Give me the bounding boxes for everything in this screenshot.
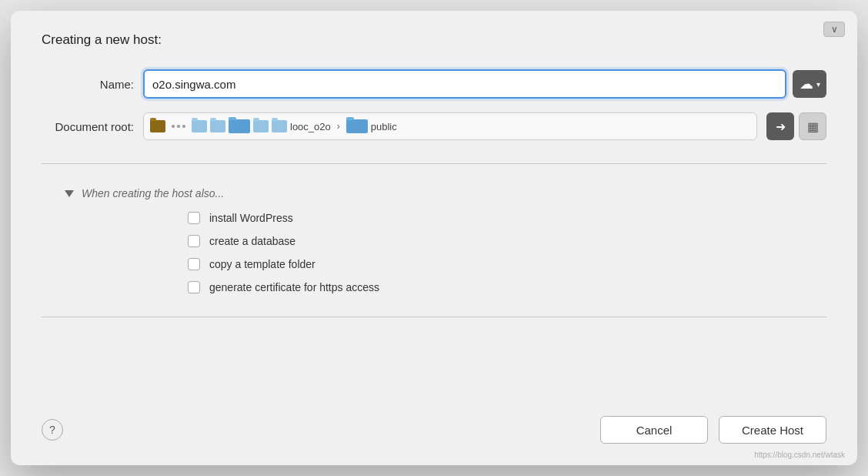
name-label: Name: [42, 78, 134, 91]
folder-icon-5 [272, 120, 287, 132]
doc-root-row: Document root: [42, 112, 826, 140]
path-item-1 [192, 120, 207, 132]
options-header: When creating the host also... [65, 187, 826, 199]
collapse-options-button[interactable] [65, 189, 74, 198]
cancel-button[interactable]: Cancel [600, 416, 708, 444]
name-input-wrapper: ☁ ▾ [143, 69, 826, 99]
doc-root-label: Document root: [42, 120, 134, 133]
option-item-wordpress: install WordPress [188, 212, 826, 224]
create-host-button[interactable]: Create Host [719, 416, 826, 444]
divider-bottom [42, 317, 826, 317]
dialog-title: Creating a new host: [42, 32, 826, 48]
options-section: When creating the host also... install W… [65, 187, 826, 293]
path-arrow: › [337, 121, 340, 132]
arrow-right-icon: ➜ [776, 119, 786, 134]
footer: ? Cancel Create Host [42, 404, 826, 444]
sync-icon: ☁ [800, 75, 813, 92]
footer-right: Cancel Create Host [600, 416, 826, 444]
watermark: https://blog.csdn.net/wtask [754, 451, 845, 459]
navigate-button[interactable]: ➜ [766, 112, 794, 140]
option-item-template: copy a template folder [188, 258, 826, 270]
doc-root-path[interactable]: looc_o2o › public [143, 112, 757, 140]
name-row: Name: ☁ ▾ [42, 69, 826, 99]
name-input[interactable] [143, 69, 786, 99]
help-button[interactable]: ? [42, 419, 63, 441]
folder-icon-3 [229, 119, 250, 133]
path-item-3 [229, 119, 250, 133]
option-label-template: copy a template folder [209, 258, 315, 270]
doc-root-actions: ➜ ▦ [766, 112, 826, 140]
option-item-certificate: generate certificate for https access [188, 281, 826, 293]
checkbox-database[interactable] [188, 235, 200, 247]
folder-public-icon [346, 119, 368, 133]
option-label-wordpress: install WordPress [209, 212, 293, 224]
sync-chevron-icon: ▾ [816, 80, 820, 89]
option-label-certificate: generate certificate for https access [209, 281, 379, 293]
folder-icon-4 [253, 120, 269, 132]
sync-button[interactable]: ☁ ▾ [793, 70, 826, 98]
dialog: Creating a new host: Name: ☁ ▾ Document … [11, 11, 857, 465]
checkbox-certificate[interactable] [188, 281, 200, 293]
browse-button[interactable]: ▦ [799, 112, 826, 140]
folder-icon-2 [210, 120, 225, 132]
path-item-4 [253, 120, 269, 132]
collapse-button[interactable] [823, 22, 845, 37]
path-public: public [371, 121, 397, 132]
form-section: Name: ☁ ▾ Document root: [42, 69, 826, 404]
path-item-5 [272, 120, 287, 132]
option-label-database: create a database [209, 235, 295, 247]
folder-icon-1 [192, 120, 207, 132]
root-folder-icon [150, 120, 165, 132]
folder-browse-icon: ▦ [807, 119, 819, 134]
path-item-2 [210, 120, 225, 132]
options-title: When creating the host also... [82, 187, 224, 199]
option-item-database: create a database [188, 235, 826, 247]
checkbox-wordpress[interactable] [188, 212, 200, 224]
options-list: install WordPress create a database copy… [188, 212, 826, 293]
footer-left: ? [42, 419, 63, 441]
path-looc: looc_o2o [290, 121, 331, 132]
checkbox-template[interactable] [188, 258, 200, 270]
divider [42, 163, 826, 164]
path-dots [172, 125, 185, 128]
triangle-down-icon [65, 190, 74, 197]
